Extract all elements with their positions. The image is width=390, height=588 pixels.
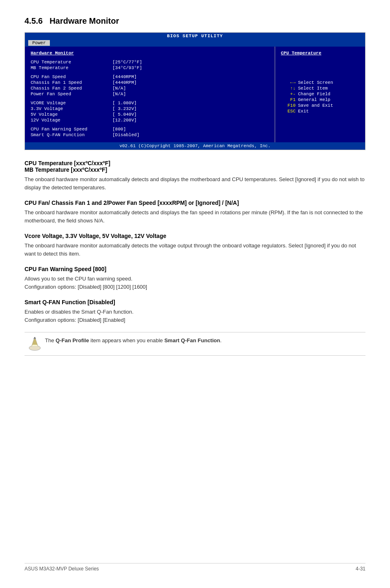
bios-help-desc: General Help (298, 97, 330, 102)
bios-help-desc: Select Screen (298, 80, 333, 85)
bios-help-row: ←→Select Screen (281, 80, 359, 85)
bios-help-key: ESC (281, 109, 296, 114)
bios-screenshot: BIOS SETUP UTILITY Power Hardware Monito… (25, 32, 365, 150)
bios-data-row: CPU Temperature[25°C/77°F] (31, 60, 269, 65)
bios-data-row: Power Fan Speed[N/A] (31, 92, 269, 97)
bios-data-row: CPU Fan Speed[4440RPM] (31, 74, 269, 79)
bios-help-row: F10Save and Exit (281, 103, 359, 108)
bios-row-label: 5V Voltage (31, 112, 112, 117)
bios-left-panel: Hardware Monitor CPU Temperature[25°C/77… (25, 47, 275, 142)
bios-data-row: CPU Fan Warning Speed[800] (31, 127, 269, 132)
subsections: CPU Temperature [xxxºC/xxxºF]MB Temperat… (25, 160, 365, 356)
bios-row-value: [ 3.232V] (112, 106, 137, 111)
subsection-title: Smart Q-FAN Function [Disabled] (25, 299, 365, 305)
bios-help-row: ↑↓Select Item (281, 86, 359, 91)
bios-row-value: [ 5.040V] (112, 112, 137, 117)
bios-help-key: F1 (281, 97, 296, 102)
note-text: The Q-Fan Profile item appears when you … (45, 337, 222, 345)
bios-row-value: [34°C/93°F] (112, 65, 142, 70)
bios-right-title: CPU Temperature (281, 51, 359, 56)
bios-row-label: Power Fan Speed (31, 92, 112, 97)
bios-left-title: Hardware Monitor (31, 51, 269, 56)
bios-help-key: ←→ (281, 80, 296, 85)
bios-row-value: [N/A] (112, 92, 126, 97)
bios-data-row: Smart Q-FAN Function[Disabled] (31, 132, 269, 137)
section-number: 4.5.6 (25, 16, 43, 25)
bios-row-label: Smart Q-FAN Function (31, 132, 112, 137)
bios-row-value: [Disabled] (112, 132, 139, 137)
page-title: Hardware Monitor (49, 16, 119, 25)
bios-help-row: +-Change Field (281, 92, 359, 97)
bios-data-row: 3.3V Voltage[ 3.232V] (31, 106, 269, 111)
bios-row-label: CPU Temperature (31, 60, 112, 65)
subsection-cpu-temp: CPU Temperature [xxxºC/xxxºF]MB Temperat… (25, 160, 365, 191)
bios-footer: v02.61 (C)Copyright 1985-2007, American … (25, 142, 365, 150)
subsection-smart-qfan: Smart Q-FAN Function [Disabled]Enables o… (25, 299, 365, 324)
bios-row-label: 12V Voltage (31, 118, 112, 123)
bios-data-row: 5V Voltage[ 5.040V] (31, 112, 269, 117)
bios-row-value: [25°C/77°F] (112, 60, 142, 65)
bios-row-value: [12.208V] (112, 118, 137, 123)
subsection-fan-warning: CPU Fan Warning Speed [800]Allows you to… (25, 266, 365, 291)
bios-row-value: [4440RPM] (112, 80, 137, 85)
bios-help-desc: Save and Exit (298, 103, 333, 108)
subsection-fan-speed: CPU Fan/ Chassis Fan 1 and 2/Power Fan S… (25, 200, 365, 224)
bios-row-value: [4440RPM] (112, 74, 137, 79)
bios-spacer (31, 123, 269, 127)
subsection-body: Enables or disables the Smart Q-Fan func… (25, 308, 365, 324)
note-icon (25, 337, 45, 351)
bios-right-panel: CPU Temperature ←→Select Screen↑↓Select … (275, 47, 365, 142)
footer-right: 4-31 (356, 566, 365, 572)
subsection-body: The onboard hardware monitor automatical… (25, 209, 365, 224)
subsection-title: CPU Fan Warning Speed [800] (25, 266, 365, 272)
bios-data-row: VCORE Voltage[ 1.080V] (31, 101, 269, 105)
bios-row-label: MB Temperature (31, 65, 112, 70)
subsection-body: The onboard hardware monitor automatical… (25, 242, 365, 258)
bios-row-label: Chassis Fan 2 Speed (31, 86, 112, 91)
bios-spacer (31, 97, 269, 101)
page-footer: ASUS M3A32-MVP Deluxe Series 4-31 (25, 563, 365, 572)
subsection-voltage: Vcore Voltage, 3.3V Voltage, 5V Voltage,… (25, 233, 365, 258)
bios-nav: Power (25, 39, 365, 47)
bios-help-desc: Exit (298, 109, 309, 114)
bios-spacer (31, 71, 269, 74)
bios-help-row: ESCExit (281, 109, 359, 114)
subsection-title: Vcore Voltage, 3.3V Voltage, 5V Voltage,… (25, 233, 365, 239)
bios-help-key: F10 (281, 103, 296, 108)
pencil-icon (27, 337, 42, 351)
note-box: The Q-Fan Profile item appears when you … (25, 332, 365, 356)
subsection-title: CPU Temperature [xxxºC/xxxºF]MB Temperat… (25, 160, 365, 173)
bios-content: Hardware Monitor CPU Temperature[25°C/77… (25, 47, 365, 142)
bios-help: ←→Select Screen↑↓Select Item+-Change Fie… (281, 80, 359, 114)
bios-help-desc: Select Item (298, 86, 328, 91)
bios-row-label: Chassis Fan 1 Speed (31, 80, 112, 85)
subsection-body: Allows you to set the CPU fan warning sp… (25, 275, 365, 291)
bios-row-value: [N/A] (112, 86, 126, 91)
bios-row-label: 3.3V Voltage (31, 106, 112, 111)
bios-row-label: VCORE Voltage (31, 101, 112, 105)
bios-row-label: CPU Fan Warning Speed (31, 127, 112, 132)
bios-help-desc: Change Field (298, 92, 330, 97)
subsection-title: CPU Fan/ Chassis Fan 1 and 2/Power Fan S… (25, 200, 365, 206)
bios-nav-power[interactable]: Power (28, 40, 50, 46)
bios-row-label: CPU Fan Speed (31, 74, 112, 79)
bios-data-row: MB Temperature[34°C/93°F] (31, 65, 269, 70)
bios-data-row: 12V Voltage[12.208V] (31, 118, 269, 123)
footer-left: ASUS M3A32-MVP Deluxe Series (25, 566, 99, 572)
bios-help-key: +- (281, 92, 296, 97)
bios-row-value: [800] (112, 127, 126, 132)
bios-header: BIOS SETUP UTILITY (25, 33, 365, 39)
bios-data-row: Chassis Fan 2 Speed[N/A] (31, 86, 269, 91)
bios-data-row: Chassis Fan 1 Speed[4440RPM] (31, 80, 269, 85)
bios-rows: CPU Temperature[25°C/77°F]MB Temperature… (31, 60, 269, 137)
bios-help-row: F1General Help (281, 97, 359, 102)
section-title: 4.5.6 Hardware Monitor (25, 16, 365, 26)
bios-help-key: ↑↓ (281, 86, 296, 91)
subsection-body: The onboard hardware monitor automatical… (25, 175, 365, 191)
bios-row-value: [ 1.080V] (112, 101, 137, 105)
